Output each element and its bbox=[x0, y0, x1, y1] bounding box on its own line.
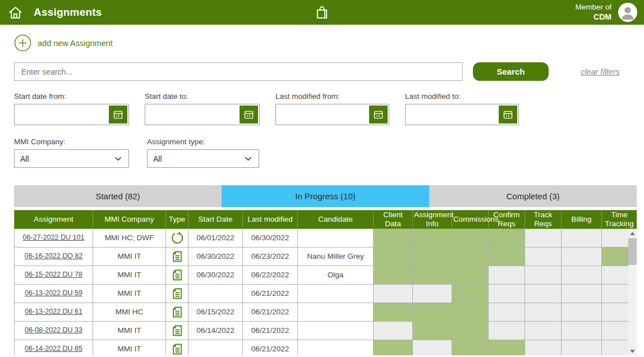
table-row: 06-14-2022 DU 65MMI IT06/21/2022 bbox=[15, 340, 637, 356]
last-modified-cell: 06/21/2022 bbox=[243, 322, 298, 340]
table-row: 06-13-2022 DU 61MMI HC06/15/202206/21/20… bbox=[15, 303, 637, 322]
tab-completed[interactable]: Completed (3) bbox=[429, 185, 637, 207]
col-time-tracking: Time Tracking bbox=[602, 210, 637, 229]
status-cell bbox=[562, 229, 602, 248]
status-cell bbox=[525, 322, 562, 340]
assignment-link[interactable]: 06-08-2022 DU 33 bbox=[25, 326, 82, 334]
document-icon bbox=[171, 287, 184, 300]
table-row: 06-08-2022 DU 33MMI IT06/14/202206/21/20… bbox=[15, 322, 637, 340]
status-tabs: Started (82) In Progress (10) Completed … bbox=[14, 185, 637, 207]
status-cell bbox=[489, 248, 525, 266]
start-date-cell: 06/15/2022 bbox=[188, 303, 243, 322]
search-bar: Search clear filters bbox=[14, 62, 620, 81]
home-icon[interactable] bbox=[7, 4, 24, 21]
assignment-link[interactable]: 06-13-2022 DU 59 bbox=[25, 289, 82, 297]
candidate-cell bbox=[298, 285, 374, 303]
assignment-type-select[interactable]: All bbox=[147, 149, 259, 168]
status-cell bbox=[562, 248, 602, 266]
status-cell bbox=[525, 266, 562, 285]
tab-in-progress[interactable]: In Progress (10) bbox=[222, 185, 429, 207]
clear-filters-link[interactable]: clear filters bbox=[581, 67, 620, 76]
col-candidate: Candidate bbox=[298, 210, 374, 229]
candidate-cell bbox=[298, 229, 374, 248]
calendar-icon[interactable] bbox=[109, 106, 127, 123]
status-cell bbox=[452, 266, 489, 285]
search-button[interactable]: Search bbox=[473, 62, 549, 81]
status-cell bbox=[452, 248, 489, 266]
last-modified-cell: 06/22/2022 bbox=[243, 266, 298, 285]
document-icon bbox=[171, 342, 184, 355]
add-new-assignment-label: add new Assignment bbox=[38, 39, 113, 48]
start-date-cell: 06/14/2022 bbox=[188, 322, 243, 340]
date-filters: Start date from: Start date to: Last mod… bbox=[14, 92, 644, 125]
status-cell bbox=[452, 322, 489, 340]
candidate-cell: Nanu Miller Grey bbox=[298, 248, 374, 266]
table-row: 06-27-2022 DU 101MMI HC; DWF06/01/202206… bbox=[15, 229, 637, 248]
type-cell bbox=[166, 322, 188, 340]
last-modified-cell: 06/30/2022 bbox=[243, 229, 298, 248]
type-cell bbox=[166, 285, 188, 303]
avatar[interactable] bbox=[618, 3, 637, 22]
last-modified-from-label: Last modified from: bbox=[275, 92, 389, 100]
status-cell bbox=[413, 229, 452, 248]
bag-icon[interactable] bbox=[313, 3, 331, 21]
status-cell bbox=[525, 248, 562, 266]
assignment-link[interactable]: 06-15-2022 DU 78 bbox=[25, 271, 82, 278]
company-cell: MMI IT bbox=[93, 322, 166, 340]
candidate-cell bbox=[298, 340, 374, 356]
document-icon bbox=[171, 268, 184, 282]
col-client-data: Client Data bbox=[374, 210, 413, 229]
status-cell bbox=[374, 322, 413, 340]
start-date-cell bbox=[188, 340, 243, 356]
status-cell bbox=[562, 340, 602, 356]
mmi-company-select[interactable]: All bbox=[14, 149, 129, 168]
status-cell bbox=[452, 303, 489, 322]
status-cell bbox=[489, 266, 525, 285]
type-cell bbox=[166, 266, 188, 285]
type-cell bbox=[166, 248, 188, 266]
col-last-modified: Last modified bbox=[243, 210, 298, 229]
status-cell bbox=[413, 303, 452, 322]
status-cell bbox=[562, 322, 602, 340]
candidate-cell bbox=[298, 303, 374, 322]
type-cell bbox=[166, 303, 188, 322]
company-cell: MMI IT bbox=[93, 340, 166, 356]
document-icon bbox=[171, 324, 184, 337]
assignment-link[interactable]: 06-14-2022 DU 65 bbox=[25, 345, 82, 353]
tab-started[interactable]: Started (82) bbox=[14, 185, 222, 207]
col-billing: Billing bbox=[562, 210, 602, 229]
assignment-type-label: Assignment type: bbox=[147, 138, 259, 146]
calendar-icon[interactable] bbox=[369, 106, 388, 123]
search-input[interactable] bbox=[14, 62, 463, 81]
scroll-up-icon[interactable] bbox=[628, 229, 637, 237]
scroll-down-icon[interactable] bbox=[628, 347, 637, 355]
calendar-icon[interactable] bbox=[240, 106, 258, 123]
col-commissions: Commissions bbox=[452, 210, 489, 229]
assignments-table: Assignment MMI Company Type Start Date L… bbox=[14, 210, 637, 355]
assignment-link[interactable]: 06-27-2022 DU 101 bbox=[23, 234, 85, 241]
status-cell bbox=[413, 285, 452, 303]
add-new-assignment-button[interactable]: add new Assignment bbox=[14, 34, 113, 52]
mmi-company-label: MMI Company: bbox=[14, 138, 129, 146]
start-date-cell: 06/01/2022 bbox=[188, 229, 243, 248]
status-cell bbox=[525, 303, 562, 322]
col-track-reqs: Track Reqs bbox=[525, 210, 562, 229]
document-icon bbox=[171, 250, 184, 263]
status-cell bbox=[413, 248, 452, 266]
start-date-cell bbox=[188, 285, 243, 303]
assignment-link[interactable]: 06-16-2022 DQ 82 bbox=[25, 252, 83, 260]
vertical-scrollbar[interactable] bbox=[628, 229, 637, 355]
type-cell bbox=[166, 340, 188, 356]
status-cell bbox=[562, 285, 602, 303]
company-cell: MMI IT bbox=[93, 248, 166, 266]
status-cell bbox=[374, 303, 413, 322]
scrollbar-thumb[interactable] bbox=[628, 238, 637, 265]
table-row: 06-13-2022 DU 59MMI IT06/21/2022 bbox=[15, 285, 637, 303]
calendar-icon[interactable] bbox=[499, 106, 517, 123]
col-assignment-info: Assignment Info bbox=[413, 210, 452, 229]
candidate-cell bbox=[298, 322, 374, 340]
last-modified-cell: 06/21/2022 bbox=[243, 303, 298, 322]
status-cell bbox=[413, 266, 452, 285]
status-cell bbox=[562, 303, 602, 322]
assignment-link[interactable]: 06-13-2022 DU 61 bbox=[25, 308, 82, 315]
